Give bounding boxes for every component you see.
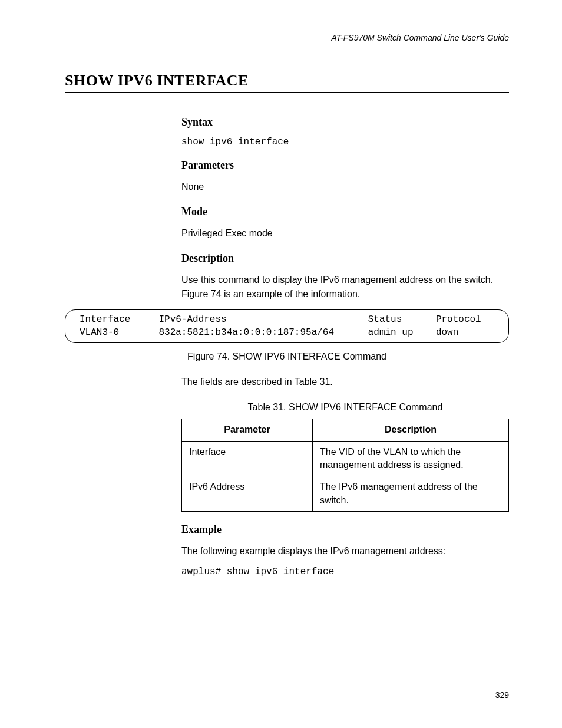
syntax-command: show ipv6 interface	[181, 137, 509, 147]
table-cell-desc: The VID of the VLAN to which the managem…	[313, 441, 509, 476]
postfigure-text: The fields are described in Table 31.	[181, 375, 509, 389]
figure-output: Interface IPv6-Address Status Protocol V…	[65, 309, 509, 343]
table-cell-desc: The IPv6 management address of the switc…	[313, 476, 509, 512]
syntax-heading: Syntax	[181, 116, 509, 129]
content-block-2: The fields are described in Table 31. Ta…	[181, 375, 509, 577]
command-table: Parameter Description Interface The VID …	[181, 419, 509, 512]
description-text: Use this command to display the IPv6 man…	[181, 273, 509, 301]
table-header-description: Description	[313, 419, 509, 441]
page-header: AT-FS970M Switch Command Line User's Gui…	[65, 33, 509, 42]
description-heading: Description	[181, 252, 509, 265]
page-number: 329	[495, 690, 509, 700]
figure-block: Interface IPv6-Address Status Protocol V…	[65, 309, 509, 362]
mode-heading: Mode	[181, 206, 509, 218]
page-title: SHOW IPV6 INTERFACE	[65, 72, 509, 93]
table-header-row: Parameter Description	[182, 419, 509, 441]
table-header-parameter: Parameter	[182, 419, 313, 441]
document-page: AT-FS970M Switch Command Line User's Gui…	[0, 0, 562, 609]
figure-caption: Figure 74. SHOW IPV6 INTERFACE Command	[65, 351, 509, 362]
table-row: Interface The VID of the VLAN to which t…	[182, 441, 509, 476]
content-block: Syntax show ipv6 interface Parameters No…	[181, 116, 509, 301]
table-cell-param: Interface	[182, 441, 313, 476]
parameters-text: None	[181, 180, 509, 194]
table-caption: Table 31. SHOW IPV6 INTERFACE Command	[181, 402, 509, 413]
example-command: awplus# show ipv6 interface	[181, 566, 509, 577]
example-text: The following example displays the IPv6 …	[181, 544, 509, 558]
parameters-heading: Parameters	[181, 159, 509, 172]
table-cell-param: IPv6 Address	[182, 476, 313, 512]
example-heading: Example	[181, 523, 509, 536]
mode-text: Privileged Exec mode	[181, 226, 509, 241]
table-row: IPv6 Address The IPv6 management address…	[182, 476, 509, 512]
